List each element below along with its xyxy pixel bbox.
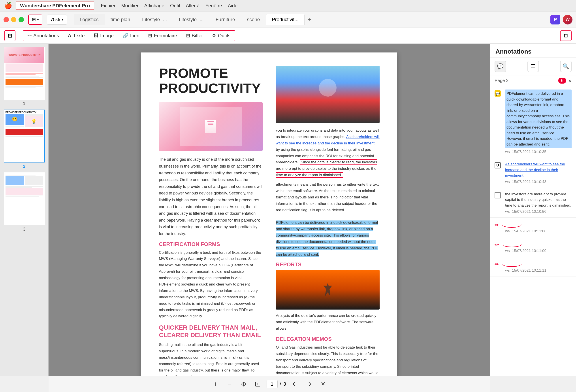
minimize-window-btn[interactable] bbox=[11, 17, 16, 22]
search-annotations-btn[interactable]: 🔍 bbox=[560, 61, 572, 72]
ann-user-4: ws bbox=[505, 229, 510, 234]
quicker-heading: QUICKER DELIVERY THAN MAIL,CLEARER DELIV… bbox=[159, 324, 263, 339]
ann-user-6: ws bbox=[505, 268, 510, 273]
ann-icon-4: ✏ bbox=[494, 221, 502, 234]
window-controls bbox=[3, 17, 24, 22]
biffer-tool-btn[interactable]: ⊟ Biffer bbox=[182, 31, 207, 41]
pdf-viewer[interactable]: PROMOTE PRODUCTIVITY The oil and gas i bbox=[49, 44, 490, 376]
menu-fichier[interactable]: Fichier bbox=[101, 3, 115, 9]
ann-time-5: 15/07/2021 10:11:09 bbox=[512, 249, 547, 253]
annotations-label: Annotations bbox=[33, 33, 59, 39]
close-window-btn[interactable] bbox=[3, 17, 9, 22]
menu-fenetre[interactable]: Fenêtre bbox=[205, 3, 222, 9]
tab-productivity[interactable]: Productivit... bbox=[266, 14, 305, 25]
page-separator: / bbox=[280, 381, 281, 387]
page-indicator: Page 2 6 ∧ bbox=[490, 75, 576, 86]
zoom-control[interactable]: 75% ▾ bbox=[47, 15, 67, 25]
filter-icon: ☰ bbox=[531, 63, 536, 69]
close-page-btn[interactable]: ✕ bbox=[318, 379, 328, 389]
ann-meta-3: ws 15/07/2021 10:10:56 bbox=[505, 209, 572, 214]
page-thumbnail-3[interactable]: 3 bbox=[3, 172, 45, 232]
view-toggle-btn[interactable]: ⊞ ▾ bbox=[29, 17, 42, 23]
next-page-btn[interactable] bbox=[304, 379, 314, 389]
annotations-panel: Annotations 💬 ☰ 🔍 Page 2 6 ∧ bbox=[490, 44, 576, 376]
toolbar-tools-group: ✏ Annotations A Texte 🖼 Image 🔗 Lien ⊞ F… bbox=[23, 30, 235, 41]
app-title: Wondershare PDFelement Pro bbox=[16, 1, 94, 10]
ann-content-4: ws 15/07/2021 10:11:06 bbox=[505, 221, 572, 234]
ann-meta-6: ws 15/07/2021 10:11:11 bbox=[505, 268, 572, 273]
annotation-item-4: ✏ ws 15/07/2021 10:11:06 bbox=[490, 218, 576, 237]
redact-icon: ⊟ bbox=[186, 33, 190, 39]
fit-width-btn[interactable] bbox=[238, 379, 249, 389]
menu-outil[interactable]: Outil bbox=[170, 3, 180, 9]
tab-scene[interactable]: scene bbox=[241, 14, 266, 25]
annotation-list: 💬 PDFelement can be delivered in a quick… bbox=[490, 86, 576, 376]
tab-lifestyle1[interactable]: Lifestyle -... bbox=[136, 14, 173, 25]
page-num-1: 1 bbox=[23, 101, 25, 106]
fit-page-icon bbox=[255, 381, 261, 387]
formulaire-tool-btn[interactable]: ⊞ Formulaire bbox=[144, 31, 181, 41]
ann-time-1: 15/07/2021 10:10:35 bbox=[512, 150, 547, 154]
pencil-icon: ✏ bbox=[28, 33, 31, 39]
fit-width-icon bbox=[241, 381, 247, 387]
apple-logo-icon[interactable]: 🍎 bbox=[4, 2, 12, 9]
grid-view-icon: ⊞ bbox=[32, 17, 36, 23]
attachments-text: attachments means that the person has to… bbox=[276, 182, 380, 258]
tab-timeplan[interactable]: time plan bbox=[105, 14, 136, 25]
image-icon: 🖼 bbox=[94, 33, 98, 39]
current-page-input[interactable] bbox=[267, 380, 278, 388]
menu-affichage[interactable]: Affichage bbox=[144, 3, 164, 9]
image-tool-btn[interactable]: 🖼 Image bbox=[89, 31, 118, 41]
link-icon: 🔗 bbox=[122, 33, 128, 39]
search-icon: 🔍 bbox=[563, 63, 569, 69]
ann-content-2: As shareholders will want to see the inc… bbox=[505, 161, 572, 184]
person-image bbox=[276, 66, 380, 123]
tab-bar: Logistics time plan Lifestyle -... Lifes… bbox=[74, 11, 314, 27]
ann-icon-6: ✏ bbox=[494, 260, 502, 273]
annotations-tool-btn[interactable]: ✏ Annotations bbox=[23, 31, 63, 41]
ann-time-3: 15/07/2021 10:10:56 bbox=[512, 209, 547, 214]
ann-meta-2: ws 15/07/2021 10:10:43 bbox=[505, 180, 572, 184]
draw-arc-1 bbox=[502, 221, 522, 228]
ann-content-6: ws 15/07/2021 10:11:11 bbox=[505, 260, 572, 273]
menu-aller[interactable]: Aller à bbox=[186, 3, 200, 9]
annotation-item-1: 💬 PDFelement can be delivered in a quick… bbox=[490, 86, 576, 158]
prev-page-btn[interactable] bbox=[289, 379, 300, 389]
outils-tool-btn[interactable]: ⚙ Outils bbox=[207, 31, 235, 41]
ann-icon-1: 💬 bbox=[494, 89, 502, 154]
filter-tool-btn[interactable]: ☰ bbox=[527, 61, 539, 72]
comment-tool-btn[interactable]: 💬 bbox=[494, 61, 506, 72]
bottom-toolbar: + − / 3 ✕ bbox=[49, 376, 490, 392]
total-pages: 3 bbox=[283, 381, 286, 387]
maximize-window-btn[interactable] bbox=[19, 17, 24, 22]
menu-modifier[interactable]: Modifier bbox=[121, 3, 138, 9]
expand-icon[interactable]: ∧ bbox=[568, 78, 572, 83]
fit-page-btn[interactable] bbox=[253, 379, 263, 389]
tab-furniture[interactable]: Furniture bbox=[210, 14, 241, 25]
menu-aide[interactable]: Aide bbox=[228, 3, 237, 9]
text-tool-btn[interactable]: A Texte bbox=[63, 31, 89, 41]
cert-heading: CERTIFICATION FORMS bbox=[159, 241, 263, 247]
tab-logistics[interactable]: Logistics bbox=[74, 14, 105, 25]
text-icon: A bbox=[68, 33, 71, 39]
zoom-in-btn[interactable]: + bbox=[210, 379, 221, 389]
text-label: Texte bbox=[73, 33, 85, 39]
menu-bar: Fichier Modifier Affichage Outil Aller à… bbox=[101, 3, 237, 9]
pdf-page: PROMOTE PRODUCTIVITY The oil and gas i bbox=[141, 52, 397, 376]
user-avatar[interactable]: W bbox=[563, 15, 573, 25]
right-panel-toggle-btn[interactable]: ⊡ bbox=[560, 30, 572, 41]
zoom-out-btn[interactable]: − bbox=[224, 379, 235, 389]
ann-text-1: PDFelement can be delivered in a quick d… bbox=[505, 89, 572, 148]
cert-body: Certification is generally a back and fo… bbox=[159, 250, 263, 320]
link-tool-btn[interactable]: 🔗 Lien bbox=[118, 31, 144, 41]
box-annotation-icon bbox=[494, 192, 501, 198]
tab-lifestyle2[interactable]: Lifestyle -... bbox=[173, 14, 209, 25]
page-thumbnail-2[interactable]: PROMOTE PRODUCTIVITY 😊 bbox=[3, 109, 45, 169]
page-thumbnail-toggle-btn[interactable]: ⊞ bbox=[4, 30, 15, 41]
image-label: Image bbox=[100, 33, 114, 39]
tab-add-btn[interactable]: + bbox=[305, 15, 314, 25]
thumbnail-icon: ⊞ bbox=[8, 33, 12, 39]
ann-user-2: ws bbox=[505, 180, 510, 184]
ann-icon-2: U bbox=[494, 161, 502, 184]
page-thumbnail-1[interactable]: PROMOTE PRODUCTIVITY bbox=[3, 47, 45, 106]
